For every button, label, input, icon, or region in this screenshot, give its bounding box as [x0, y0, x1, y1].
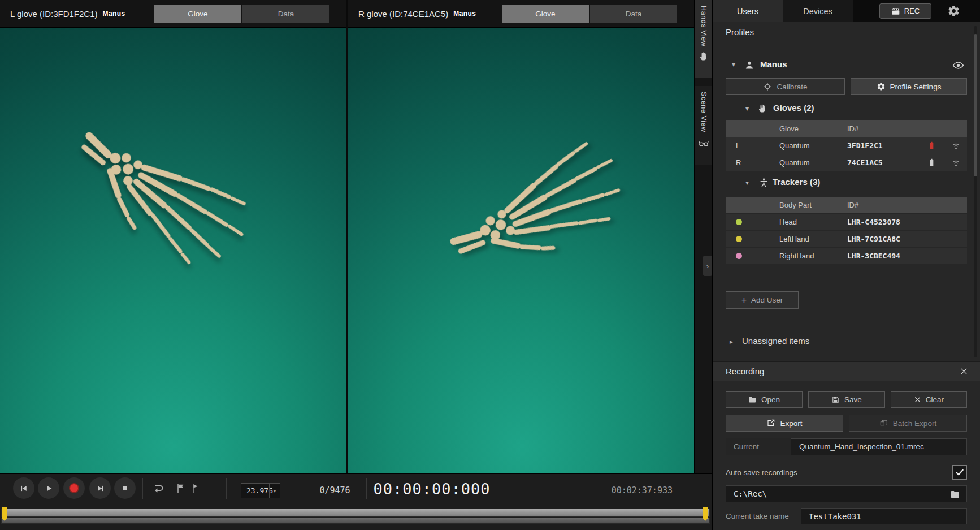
tracker-part: LeftHand	[779, 231, 809, 247]
glove-hand-icon	[758, 104, 767, 113]
step-forward-button[interactable]	[89, 477, 111, 499]
panel-expand-handle[interactable]: ›	[703, 256, 712, 276]
profile-settings-button[interactable]: Profile Settings	[851, 78, 967, 95]
scrollbar-thumb[interactable]	[974, 34, 977, 176]
glove-side: R	[736, 154, 741, 171]
tracker-part: Head	[779, 214, 797, 230]
add-user-label: Add User	[751, 296, 783, 304]
glove-row-right[interactable]: R Quantum 74CE1AC5	[726, 154, 967, 171]
take-name-input[interactable]	[801, 508, 967, 524]
left-tab-glove[interactable]: Glove	[154, 5, 241, 23]
right-viewport-tabs: Glove Data	[502, 5, 677, 23]
right-tab-glove[interactable]: Glove	[502, 5, 589, 23]
browse-folder-icon[interactable]	[950, 489, 960, 499]
export-icon	[766, 419, 775, 428]
save-recording-button[interactable]: Save	[808, 391, 885, 408]
timeline-track[interactable]	[1, 518, 710, 524]
caret-down-icon[interactable]: ▾	[745, 179, 749, 187]
settings-gear-icon[interactable]	[947, 5, 960, 18]
glove-row-left[interactable]: L Quantum 3FD1F2C1	[726, 137, 967, 154]
framerate-value: 23.976	[241, 486, 273, 495]
caret-down-icon[interactable]: ▾	[732, 61, 735, 68]
user-icon	[744, 60, 754, 70]
gear-icon	[877, 82, 886, 91]
tab-devices[interactable]: Devices	[783, 0, 853, 22]
loop-playback-icon[interactable]	[151, 481, 165, 495]
glove-id: 3FD1F2C1	[847, 137, 883, 154]
duration-display: 00:02:37:933	[595, 483, 673, 498]
play-button[interactable]	[38, 477, 59, 499]
scene-glasses-icon	[698, 137, 709, 149]
stop-icon	[120, 484, 129, 493]
trackers-section-header[interactable]: ▾ Trackers (3)	[713, 176, 980, 191]
timeline-zoom-bar[interactable]	[1, 509, 710, 517]
rec-button[interactable]: REC	[879, 3, 931, 19]
stop-button[interactable]	[114, 477, 136, 499]
tracker-status-dot	[736, 236, 742, 242]
close-icon[interactable]	[960, 367, 968, 376]
save-label: Save	[844, 395, 862, 404]
caret-down-icon[interactable]: ▾	[745, 105, 749, 113]
take-name-label: Current take name	[726, 512, 789, 520]
view-tab-strip: Hands View Scene View	[694, 0, 712, 473]
left-3d-view[interactable]	[0, 28, 346, 473]
left-tab-data[interactable]: Data	[242, 5, 329, 23]
body-tracker-icon	[759, 178, 769, 187]
caret-right-icon: ▸	[730, 338, 733, 346]
unassigned-label: Unassigned items	[742, 336, 809, 346]
batch-export-icon	[879, 419, 888, 428]
framerate-dropdown[interactable]: 23.976 ▾	[241, 483, 280, 498]
battery-icon	[927, 141, 936, 150]
clear-recording-button[interactable]: Clear	[891, 391, 967, 408]
add-user-button[interactable]: + Add User	[726, 291, 799, 309]
right-3d-view[interactable]	[348, 28, 694, 473]
recording-path-input[interactable]	[726, 485, 967, 502]
right-viewport-header: R glove (ID:74CE1AC5) Manus Glove Data	[348, 0, 694, 28]
tracker-id: LHR-3CBEC494	[847, 248, 900, 264]
batch-export-button[interactable]: Batch Export	[849, 415, 967, 432]
left-viewport-title: L glove (ID:3FD1F2C1)	[10, 9, 98, 19]
visibility-eye-icon[interactable]	[952, 59, 964, 71]
tracker-row-lefthand[interactable]: LeftHand LHR-7C91CA8C	[726, 231, 967, 247]
col-id: ID#	[847, 197, 858, 213]
panel-scrollbar[interactable]	[974, 26, 977, 357]
tab-hands-view[interactable]: Hands View	[695, 0, 713, 78]
marker-flag-icon[interactable]	[175, 482, 187, 494]
unassigned-items-section[interactable]: ▸ Unassigned items	[713, 335, 980, 350]
col-id: ID#	[847, 120, 858, 137]
transport-divider	[500, 478, 500, 499]
trackers-table-header: Body Part ID#	[726, 197, 967, 213]
recording-section-header: Recording	[713, 361, 980, 381]
calibrate-target-icon	[763, 82, 772, 91]
current-recording-file: Quantum_Hand_Inspection_01.mrec	[791, 438, 967, 455]
hand-icon	[699, 51, 709, 61]
current-recording-label: Current	[726, 438, 791, 455]
step-back-button[interactable]	[13, 477, 34, 499]
calibrate-button[interactable]: Calibrate	[726, 78, 845, 95]
check-icon	[955, 467, 965, 477]
tracker-row-righthand[interactable]: RightHand LHR-3CBEC494	[726, 248, 967, 264]
glove-id: 74CE1AC5	[847, 154, 883, 171]
user-row-manus[interactable]: ▾ Manus	[713, 57, 980, 74]
glove-model: Quantum	[779, 154, 809, 171]
autosave-checkbox[interactable]	[952, 465, 967, 480]
transport-divider	[366, 478, 367, 499]
folder-open-icon	[748, 395, 757, 404]
manus-app-window: L glove (ID:3FD1F2C1) Manus Glove Data R…	[0, 0, 980, 530]
col-body-part: Body Part	[779, 197, 812, 213]
export-button[interactable]: Export	[726, 415, 843, 432]
marker-pennant-icon[interactable]	[190, 482, 201, 494]
tab-scene-view[interactable]: Scene View	[695, 86, 713, 165]
open-recording-button[interactable]: Open	[726, 391, 803, 408]
tab-users[interactable]: Users	[713, 0, 783, 22]
gloves-section-header[interactable]: ▾ Gloves (2)	[713, 102, 980, 117]
open-label: Open	[761, 395, 780, 404]
record-button[interactable]	[63, 477, 85, 499]
export-label: Export	[780, 419, 802, 428]
tracker-row-head[interactable]: Head LHR-C4523078	[726, 214, 967, 230]
trackers-table: Body Part ID# Head LHR-C4523078 LeftHand…	[726, 197, 967, 265]
panel-tab-bar: Users Devices	[713, 0, 980, 22]
left-viewport-tabs: Glove Data	[154, 5, 329, 23]
clear-x-icon	[914, 396, 921, 403]
right-tab-data[interactable]: Data	[590, 5, 677, 23]
